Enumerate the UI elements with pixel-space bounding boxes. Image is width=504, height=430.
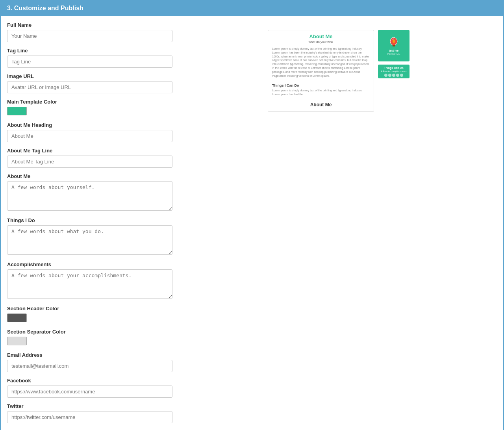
field-twitter: Twitter	[7, 403, 172, 423]
field-accomplishments: Accomplishments	[7, 261, 172, 300]
preview-thumbnails: test me PERSONAL Things Can Do A Few Acc…	[378, 30, 410, 78]
header-title: 3. Customize and Publish	[7, 5, 83, 11]
field-email: Email Address	[7, 352, 172, 372]
thumb2-sub: A Few Accomplishments	[380, 70, 408, 72]
input-email[interactable]	[7, 360, 172, 372]
preview-footer-label: About Me	[268, 100, 374, 111]
field-main-color: Main Template Color	[7, 99, 172, 117]
field-facebook: Facebook	[7, 378, 172, 398]
input-about-tagline[interactable]	[7, 156, 172, 168]
label-email: Email Address	[7, 352, 172, 358]
label-twitter: Twitter	[7, 403, 172, 409]
label-about-me: About Me	[7, 173, 172, 179]
textarea-accomplishments[interactable]	[7, 269, 172, 299]
preview-about-text: Lorem ipsum is simply dummy text of the …	[268, 47, 374, 81]
label-things-i-do: Things I Do	[7, 217, 172, 223]
preview-things-title: Things I Can Do	[268, 81, 374, 89]
thumb1-sublabel: PERSONAL	[387, 53, 400, 55]
svg-point-5	[393, 40, 395, 43]
label-main-color: Main Template Color	[7, 99, 172, 105]
header-bar: 3. Customize and Publish	[1, 1, 503, 16]
color-swatch-section-header[interactable]	[7, 313, 27, 322]
thumb2-icons	[380, 74, 408, 77]
label-facebook: Facebook	[7, 378, 172, 384]
thumb1-label: test me	[389, 49, 399, 52]
label-section-header-color: Section Header Color	[7, 306, 172, 311]
input-twitter[interactable]	[7, 411, 172, 423]
label-section-separator-color: Section Separator Color	[7, 329, 172, 335]
input-facebook[interactable]	[7, 386, 172, 398]
input-tag-line[interactable]	[7, 56, 172, 68]
preview-card: About Me what do you think Lorem ipsum i…	[268, 30, 374, 112]
content-area: Full Name Tag Line Image URL Main Templa…	[1, 16, 503, 430]
right-panel: About Me what do you think Lorem ipsum i…	[180, 22, 497, 430]
preview-wrapper: About Me what do you think Lorem ipsum i…	[268, 30, 410, 112]
textarea-things-i-do[interactable]	[7, 225, 172, 255]
input-about-heading[interactable]	[7, 130, 172, 142]
label-about-tagline: About Me Tag Line	[7, 148, 172, 154]
preview-thumb1: test me PERSONAL	[378, 30, 410, 61]
page-wrapper: 3. Customize and Publish Full Name Tag L…	[0, 0, 504, 430]
mini-icon-3	[392, 74, 395, 77]
mini-icon-2	[388, 74, 391, 77]
preview-about-title: About Me	[272, 33, 370, 39]
label-tag-line: Tag Line	[7, 48, 172, 54]
preview-thumb2: Things Can Do A Few Accomplishments	[378, 65, 410, 78]
color-swatch-section-separator[interactable]	[7, 337, 27, 345]
input-image-url[interactable]	[7, 81, 172, 93]
thumb2-title: Things Can Do	[380, 67, 408, 69]
field-section-separator-color: Section Separator Color	[7, 329, 172, 347]
preview-tagline: what do you think	[272, 40, 370, 44]
mini-icon-4	[396, 74, 399, 77]
field-about-heading: About Me Heading	[7, 122, 172, 142]
label-about-heading: About Me Heading	[7, 122, 172, 128]
balloon-icon	[388, 37, 400, 48]
label-accomplishments: Accomplishments	[7, 261, 172, 267]
field-things-i-do: Things I Do	[7, 217, 172, 256]
field-about-tagline: About Me Tag Line	[7, 148, 172, 168]
label-image-url: Image URL	[7, 73, 172, 79]
field-image-url: Image URL	[7, 73, 172, 93]
mini-icon-5	[400, 74, 403, 77]
field-about-me: About Me	[7, 173, 172, 212]
color-swatch-main[interactable]	[7, 107, 27, 115]
field-tag-line: Tag Line	[7, 48, 172, 68]
input-full-name[interactable]	[7, 30, 172, 42]
preview-things-text: Lorem ipsum is simply dummy text of the …	[268, 89, 374, 100]
mini-icon-1	[384, 74, 387, 77]
field-section-header-color: Section Header Color	[7, 306, 172, 323]
left-panel: Full Name Tag Line Image URL Main Templa…	[7, 22, 172, 430]
label-full-name: Full Name	[7, 22, 172, 28]
preview-about-header: About Me what do you think	[268, 30, 374, 47]
field-full-name: Full Name	[7, 22, 172, 42]
textarea-about-me[interactable]	[7, 181, 172, 211]
